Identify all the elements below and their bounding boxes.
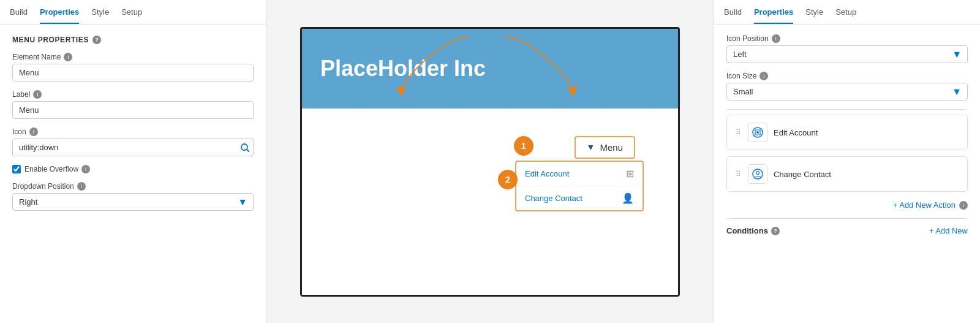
left-panel-content: MENU PROPERTIES ? Element Name i Label i… bbox=[0, 25, 266, 323]
tab-properties-right[interactable]: Properties bbox=[754, 7, 793, 24]
badge-2: 2 bbox=[498, 170, 518, 189]
element-name-input[interactable] bbox=[12, 64, 254, 82]
drag-handle-change-contact[interactable]: ⠿ bbox=[736, 170, 742, 178]
icon-position-label: Icon Position i bbox=[726, 34, 968, 43]
enable-overflow-label: Enable Overflow i bbox=[24, 165, 90, 173]
svg-point-5 bbox=[756, 172, 760, 175]
add-new-action-row: + Add New Action i bbox=[726, 200, 968, 210]
tab-build-right[interactable]: Build bbox=[724, 7, 742, 24]
conditions-info-icon[interactable]: ? bbox=[771, 227, 780, 235]
label-group: Label i bbox=[12, 90, 254, 119]
drag-handle-edit-account[interactable]: ⠿ bbox=[736, 128, 742, 137]
menu-button-label: Menu bbox=[600, 142, 623, 153]
action-item-edit-account[interactable]: ⠿ Edit Account bbox=[726, 115, 968, 150]
dropdown-position-select[interactable]: Left Center Right bbox=[12, 193, 254, 211]
svg-point-3 bbox=[756, 131, 759, 134]
change-contact-action-icon bbox=[748, 164, 767, 184]
right-tab-bar: Build Properties Style Setup bbox=[714, 0, 980, 25]
add-new-action-info-icon[interactable]: i bbox=[959, 201, 968, 210]
icon-size-label: Icon Size i bbox=[726, 72, 968, 80]
label-input[interactable] bbox=[12, 101, 254, 119]
label-label: Label i bbox=[12, 90, 254, 99]
change-contact-label: Change Contact bbox=[774, 170, 959, 179]
icon-search-button[interactable] bbox=[240, 143, 250, 153]
menu-button-canvas[interactable]: ▼ Menu bbox=[575, 136, 635, 159]
icon-group: Icon i bbox=[12, 127, 254, 156]
tab-setup-left[interactable]: Setup bbox=[121, 7, 142, 24]
icon-label: Icon i bbox=[12, 127, 254, 136]
edit-account-label: Edit Account bbox=[774, 128, 959, 137]
icon-position-select-wrapper: Left Right Center ▼ bbox=[726, 45, 968, 63]
svg-line-1 bbox=[247, 149, 249, 151]
right-panel: Build Properties Style Setup Icon Positi… bbox=[714, 0, 980, 323]
dropdown-position-select-wrapper: Left Center Right ▼ bbox=[12, 193, 254, 211]
enable-overflow-row: Enable Overflow i bbox=[12, 165, 254, 173]
icon-size-select-wrapper: Small Medium Large ▼ bbox=[726, 83, 968, 101]
dropdown-position-info-icon[interactable]: i bbox=[77, 182, 86, 191]
add-new-condition-button[interactable]: + Add New bbox=[929, 226, 968, 235]
menu-properties-info-icon[interactable]: ? bbox=[92, 36, 101, 44]
badge-1: 1 bbox=[514, 136, 533, 156]
add-new-action-button[interactable]: + Add New Action bbox=[893, 200, 956, 210]
canvas-body: 1 ▼ Menu 2 Edit Account ⊞ Change Contact… bbox=[302, 108, 678, 171]
canvas-dropdown-edit-account[interactable]: Edit Account ⊞ bbox=[516, 162, 643, 186]
canvas-header: PlaceHolder Inc bbox=[302, 29, 678, 108]
menu-triangle-icon: ▼ bbox=[587, 142, 595, 152]
tab-style-right[interactable]: Style bbox=[805, 7, 823, 24]
edit-account-icon: ⊞ bbox=[626, 168, 634, 180]
element-name-group: Element Name i bbox=[12, 53, 254, 82]
icon-size-info-icon[interactable]: i bbox=[760, 72, 768, 80]
divider-1 bbox=[726, 109, 968, 110]
icon-position-info-icon[interactable]: i bbox=[772, 34, 780, 43]
canvas-dropdown-change-contact[interactable]: Change Contact 👤 bbox=[516, 186, 643, 210]
tab-build-left[interactable]: Build bbox=[10, 7, 28, 24]
canvas-area: PlaceHolder Inc 1 ▼ Menu 2 Edit Account … bbox=[266, 0, 714, 323]
left-panel: Build Properties Style Setup MENU PROPER… bbox=[0, 0, 266, 323]
conditions-row: Conditions ? + Add New bbox=[726, 218, 968, 235]
dropdown-position-label: Dropdown Position i bbox=[12, 182, 254, 191]
element-name-info-icon[interactable]: i bbox=[64, 53, 72, 61]
change-contact-icon: 👤 bbox=[622, 192, 634, 204]
icon-info-icon[interactable]: i bbox=[29, 127, 38, 136]
icon-position-group: Icon Position i Left Right Center ▼ bbox=[726, 34, 968, 63]
icon-position-select[interactable]: Left Right Center bbox=[726, 45, 968, 63]
left-tab-bar: Build Properties Style Setup bbox=[0, 0, 266, 25]
action-item-change-contact[interactable]: ⠿ Change Contact bbox=[726, 156, 968, 192]
icon-input-wrapper bbox=[12, 139, 254, 156]
right-panel-content: Icon Position i Left Right Center ▼ Icon… bbox=[714, 25, 980, 323]
label-info-icon[interactable]: i bbox=[33, 90, 42, 99]
conditions-label: Conditions ? bbox=[726, 226, 780, 235]
element-name-label: Element Name i bbox=[12, 53, 254, 61]
enable-overflow-checkbox[interactable] bbox=[12, 165, 21, 173]
dropdown-position-group: Dropdown Position i Left Center Right ▼ bbox=[12, 182, 254, 211]
tab-style-left[interactable]: Style bbox=[91, 7, 109, 24]
icon-size-select[interactable]: Small Medium Large bbox=[726, 83, 968, 101]
tab-properties-left[interactable]: Properties bbox=[40, 7, 79, 24]
icon-size-group: Icon Size i Small Medium Large ▼ bbox=[726, 72, 968, 101]
canvas-frame: PlaceHolder Inc 1 ▼ Menu 2 Edit Account … bbox=[300, 27, 680, 297]
menu-properties-title: MENU PROPERTIES ? bbox=[12, 36, 254, 44]
canvas-dropdown-menu: Edit Account ⊞ Change Contact 👤 bbox=[515, 161, 644, 211]
canvas-company-name: PlaceHolder Inc bbox=[320, 56, 486, 82]
edit-account-action-icon bbox=[748, 123, 767, 142]
tab-setup-right[interactable]: Setup bbox=[835, 7, 856, 24]
icon-input[interactable] bbox=[12, 139, 254, 156]
enable-overflow-info-icon[interactable]: i bbox=[81, 165, 90, 173]
